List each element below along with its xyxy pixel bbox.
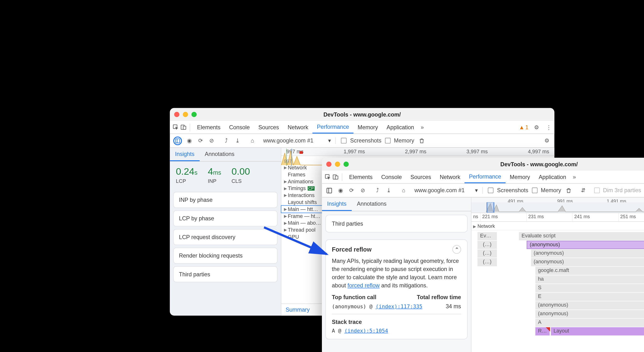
more-tabs-icon[interactable]: »: [570, 173, 578, 181]
subtab-annotations[interactable]: Annotations: [352, 197, 392, 211]
more-tabs-icon[interactable]: »: [418, 123, 426, 131]
tab-application[interactable]: Application: [534, 171, 570, 183]
trash-icon[interactable]: [564, 186, 572, 194]
device-icon[interactable]: [179, 123, 187, 131]
titlebar[interactable]: DevTools - www.google.com/: [170, 108, 554, 121]
track-network[interactable]: ▶Network: [281, 164, 324, 171]
flame-anon[interactable]: (anonymous): [535, 310, 644, 318]
track-animations[interactable]: ▶Animations: [281, 178, 324, 185]
tab-elements[interactable]: Elements: [345, 171, 377, 183]
third-parties-card[interactable]: Third parties: [326, 215, 468, 233]
reflow-time-value: 34 ms: [446, 303, 461, 310]
metric-cls[interactable]: 0.00CLS: [232, 166, 250, 184]
tick: 221 ms: [480, 213, 526, 221]
subtab-annotations[interactable]: Annotations: [200, 148, 240, 161]
flame-maft[interactable]: google.c.maft: [535, 267, 644, 275]
screenshots-checkbox[interactable]: [341, 138, 346, 143]
flame-anon[interactable]: (anonymous): [531, 258, 644, 266]
tab-sources[interactable]: Sources: [406, 171, 436, 183]
reload-icon[interactable]: ⟳: [196, 137, 204, 144]
track-layout-shifts[interactable]: ▶Layout shifts: [281, 199, 324, 206]
fn-link[interactable]: (index):117:335: [376, 303, 422, 309]
flame-evpt[interactable]: Ev…pt: [478, 232, 497, 240]
toggle-panel-icon[interactable]: [173, 136, 182, 145]
flame-anon[interactable]: (anonymous): [535, 301, 644, 309]
clear-icon[interactable]: ⊘: [359, 186, 367, 194]
warning-badge[interactable]: ▲ 1: [519, 124, 528, 131]
network-track[interactable]: ▶ Networkgen_204 (w: [472, 222, 644, 230]
tab-memory[interactable]: Memory: [353, 121, 382, 133]
shrink-icon[interactable]: ⇵: [579, 186, 587, 194]
tab-application[interactable]: Application: [382, 121, 418, 133]
reload-icon[interactable]: ⟳: [348, 186, 356, 194]
insight-card[interactable]: INP by phase: [173, 192, 278, 208]
track-interactions[interactable]: ▶Interactions: [281, 192, 324, 199]
subtab-insights[interactable]: Insights: [170, 148, 200, 161]
inspect-icon[interactable]: [324, 173, 331, 181]
flame-evaluate[interactable]: Evaluate script: [519, 232, 644, 240]
col-reflow-time: Total reflow time: [417, 294, 461, 300]
forced-reflow-link[interactable]: forced reflow: [348, 282, 380, 288]
tab-network[interactable]: Network: [436, 171, 465, 183]
record-icon[interactable]: ◉: [185, 137, 193, 144]
download-icon[interactable]: ⤓: [385, 186, 393, 194]
tab-console[interactable]: Console: [377, 171, 406, 183]
tab-performance[interactable]: Performance: [465, 171, 506, 183]
track-main[interactable]: ▶Main — htt…: [281, 206, 324, 213]
kebab-icon[interactable]: ⋮: [545, 123, 552, 131]
flame-anon[interactable]: (anonymous): [527, 241, 644, 249]
metric-inp[interactable]: 4msINP: [208, 166, 221, 184]
device-icon[interactable]: [332, 173, 339, 181]
devtools-window-front: DevTools - www.google.com/ Elements Cons…: [322, 158, 644, 352]
gear-icon[interactable]: ⚙: [533, 123, 540, 131]
flame-e[interactable]: E: [535, 293, 644, 301]
time-ruler[interactable]: ns 221 ms 231 ms 241 ms 251 ms 261 ms 27…: [472, 213, 644, 222]
screenshots-checkbox[interactable]: [488, 188, 494, 193]
upload-icon[interactable]: ⤴: [374, 186, 382, 194]
track-frames[interactable]: ▶Frames: [281, 171, 324, 178]
inspect-icon[interactable]: [172, 123, 179, 131]
flame-dots[interactable]: (…): [478, 241, 497, 249]
clear-icon[interactable]: ⊘: [208, 137, 216, 144]
trash-icon[interactable]: [418, 137, 425, 144]
tab-memory[interactable]: Memory: [506, 171, 534, 183]
domain-dropdown[interactable]: www.google.com #1 ▾: [263, 137, 336, 144]
collapse-icon[interactable]: ⌃: [452, 245, 461, 254]
record-icon[interactable]: ◉: [336, 186, 344, 194]
flame-layout[interactable]: Layout: [551, 327, 644, 335]
svg-rect-6: [300, 151, 303, 154]
tab-performance[interactable]: Performance: [312, 121, 353, 133]
subtab-insights[interactable]: Insights: [322, 197, 352, 211]
tab-elements[interactable]: Elements: [193, 121, 225, 133]
svg-rect-15: [487, 202, 494, 213]
memory-checkbox[interactable]: [532, 188, 537, 193]
flame-ha[interactable]: ha: [535, 275, 644, 283]
toggle-panel-icon[interactable]: [326, 186, 333, 194]
track-timings[interactable]: ▶TimingsCP: [281, 185, 324, 192]
tab-network[interactable]: Network: [283, 121, 312, 133]
insight-card[interactable]: Third parties: [173, 266, 278, 282]
screenshots-label: Screenshots: [350, 137, 382, 144]
titlebar[interactable]: DevTools - www.google.com/: [322, 158, 644, 171]
flame-chart[interactable]: Ev…pt (…) (…) (…) Evaluate script (anony…: [472, 230, 644, 352]
home-icon[interactable]: ⌂: [248, 137, 256, 144]
home-icon[interactable]: ⌂: [400, 186, 407, 194]
flame-anon[interactable]: (anonymous): [531, 249, 644, 258]
metric-lcp[interactable]: 0.24sLCP: [176, 166, 198, 184]
track-frame[interactable]: ▶Frame — ht…: [281, 213, 324, 220]
flame-dots[interactable]: (…): [478, 258, 497, 266]
domain-dropdown[interactable]: www.google.com #1 ▾: [414, 187, 483, 194]
flame-a[interactable]: A: [535, 319, 644, 327]
tab-console[interactable]: Console: [225, 121, 254, 133]
tick: 231 ms: [526, 213, 572, 221]
download-icon[interactable]: ⤓: [234, 137, 242, 144]
dim-checkbox[interactable]: [594, 188, 599, 193]
flame-dots[interactable]: (…): [478, 249, 497, 258]
stack-link[interactable]: (index):5:1054: [344, 328, 388, 334]
overview[interactable]: 491 ms 991 ms 1,491 ms 1,991 ms 2,491 ms…: [472, 197, 644, 213]
upload-icon[interactable]: ⤴: [222, 137, 230, 144]
memory-checkbox[interactable]: [385, 138, 390, 143]
flame-s[interactable]: S: [535, 284, 644, 292]
gear-icon[interactable]: ⚙: [543, 137, 551, 144]
tab-sources[interactable]: Sources: [254, 121, 283, 133]
